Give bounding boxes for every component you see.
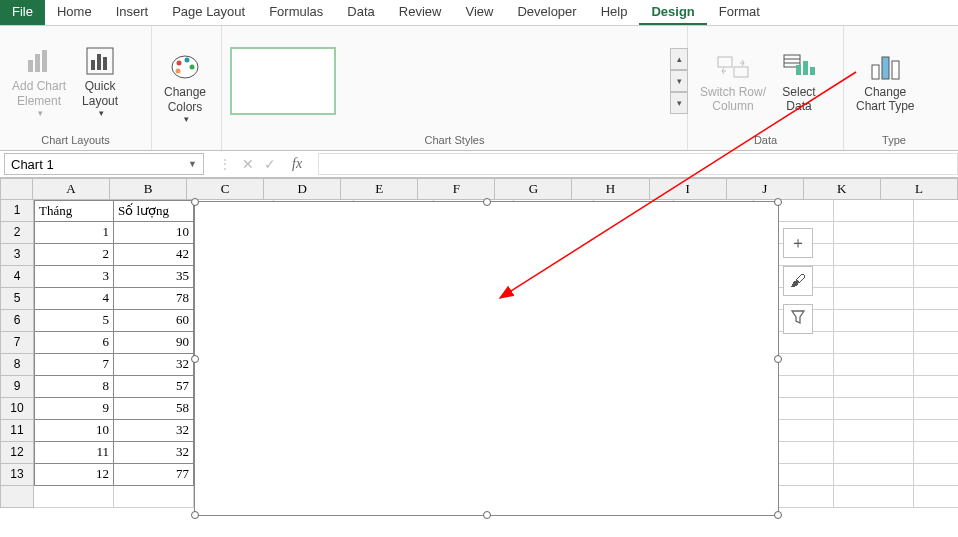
cell[interactable]: 6: [34, 332, 114, 354]
row-header[interactable]: 6: [0, 310, 34, 332]
cell[interactable]: 7: [34, 354, 114, 376]
cell[interactable]: [914, 310, 958, 332]
resize-handle[interactable]: [483, 198, 491, 206]
switch-row-column-button[interactable]: Switch Row/ Column: [696, 47, 770, 116]
cell[interactable]: [914, 420, 958, 442]
cell[interactable]: 35: [114, 266, 194, 288]
fx-icon[interactable]: fx: [286, 156, 308, 172]
tab-help[interactable]: Help: [589, 0, 640, 25]
resize-handle[interactable]: [774, 511, 782, 519]
cell[interactable]: 9: [34, 398, 114, 420]
cell[interactable]: [834, 486, 914, 508]
row-header[interactable]: 1: [0, 200, 34, 222]
cell[interactable]: Tháng: [34, 200, 114, 222]
select-all-corner[interactable]: [0, 178, 33, 200]
resize-handle[interactable]: [191, 511, 199, 519]
cell[interactable]: 2: [34, 244, 114, 266]
cell[interactable]: [914, 332, 958, 354]
cell[interactable]: [914, 398, 958, 420]
cancel-formula-icon[interactable]: ✕: [242, 156, 254, 172]
cell[interactable]: [914, 442, 958, 464]
cell[interactable]: 12: [34, 464, 114, 486]
cell[interactable]: [834, 398, 914, 420]
tab-formulas[interactable]: Formulas: [257, 0, 335, 25]
row-header[interactable]: 10: [0, 398, 34, 420]
cell[interactable]: [114, 486, 194, 508]
cell[interactable]: 32: [114, 442, 194, 464]
chart-filters-button[interactable]: [783, 304, 813, 334]
cell[interactable]: [834, 288, 914, 310]
row-header[interactable]: 12: [0, 442, 34, 464]
chart-elements-button[interactable]: ＋: [783, 228, 813, 258]
resize-handle[interactable]: [774, 355, 782, 363]
tab-developer[interactable]: Developer: [505, 0, 588, 25]
cell[interactable]: [914, 244, 958, 266]
cell[interactable]: [834, 442, 914, 464]
row-header[interactable]: 9: [0, 376, 34, 398]
column-header[interactable]: B: [110, 178, 187, 200]
tab-file[interactable]: File: [0, 0, 45, 25]
chart-style-1[interactable]: [230, 47, 336, 115]
cell[interactable]: [914, 266, 958, 288]
quick-layout-button[interactable]: Quick Layout▾: [78, 41, 122, 121]
column-header[interactable]: A: [33, 178, 110, 200]
cell[interactable]: 3: [34, 266, 114, 288]
cell[interactable]: 5: [34, 310, 114, 332]
cell[interactable]: [914, 376, 958, 398]
column-header[interactable]: D: [264, 178, 341, 200]
change-chart-type-button[interactable]: Change Chart Type: [852, 47, 918, 116]
cell[interactable]: [34, 486, 114, 508]
tab-insert[interactable]: Insert: [104, 0, 161, 25]
tab-format[interactable]: Format: [707, 0, 772, 25]
cell[interactable]: [914, 288, 958, 310]
tab-page-layout[interactable]: Page Layout: [160, 0, 257, 25]
row-header[interactable]: 2: [0, 222, 34, 244]
column-header[interactable]: I: [650, 178, 727, 200]
cell[interactable]: [834, 464, 914, 486]
chart-styles-gallery[interactable]: ▴ ▾ ▾: [230, 47, 688, 115]
tab-home[interactable]: Home: [45, 0, 104, 25]
enter-formula-icon[interactable]: ✓: [264, 156, 276, 172]
column-header[interactable]: E: [341, 178, 418, 200]
cell[interactable]: 10: [34, 420, 114, 442]
cell[interactable]: 4: [34, 288, 114, 310]
chart-styles-button[interactable]: 🖌: [783, 266, 813, 296]
tab-data[interactable]: Data: [335, 0, 386, 25]
change-colors-button[interactable]: Change Colors▾: [160, 47, 210, 127]
cell[interactable]: [834, 266, 914, 288]
cell[interactable]: Số lượng: [114, 200, 194, 222]
row-header[interactable]: 4: [0, 266, 34, 288]
row-header[interactable]: 5: [0, 288, 34, 310]
cell[interactable]: [834, 310, 914, 332]
column-header[interactable]: J: [727, 178, 804, 200]
cell[interactable]: [834, 200, 914, 222]
cell[interactable]: 32: [114, 354, 194, 376]
cell[interactable]: 90: [114, 332, 194, 354]
cell[interactable]: 42: [114, 244, 194, 266]
tab-view[interactable]: View: [453, 0, 505, 25]
row-header[interactable]: 11: [0, 420, 34, 442]
name-box[interactable]: Chart 1▼: [4, 153, 204, 175]
column-header[interactable]: L: [881, 178, 958, 200]
gallery-down-icon[interactable]: ▾: [670, 70, 688, 92]
cell[interactable]: [834, 420, 914, 442]
row-header[interactable]: 3: [0, 244, 34, 266]
cell[interactable]: [914, 354, 958, 376]
row-header[interactable]: 7: [0, 332, 34, 354]
column-header[interactable]: C: [187, 178, 264, 200]
resize-handle[interactable]: [774, 198, 782, 206]
column-header[interactable]: G: [495, 178, 572, 200]
chart-object[interactable]: [194, 201, 779, 516]
add-chart-element-button[interactable]: Add Chart Element▾: [8, 41, 70, 121]
formula-input[interactable]: [318, 153, 958, 175]
cell[interactable]: [914, 464, 958, 486]
cell[interactable]: 8: [34, 376, 114, 398]
row-header[interactable]: [0, 486, 34, 508]
cell[interactable]: 60: [114, 310, 194, 332]
cell[interactable]: 77: [114, 464, 194, 486]
row-header[interactable]: 13: [0, 464, 34, 486]
cell[interactable]: [834, 244, 914, 266]
cell[interactable]: [914, 222, 958, 244]
gallery-more-icon[interactable]: ▾: [670, 92, 688, 114]
cell[interactable]: [834, 354, 914, 376]
